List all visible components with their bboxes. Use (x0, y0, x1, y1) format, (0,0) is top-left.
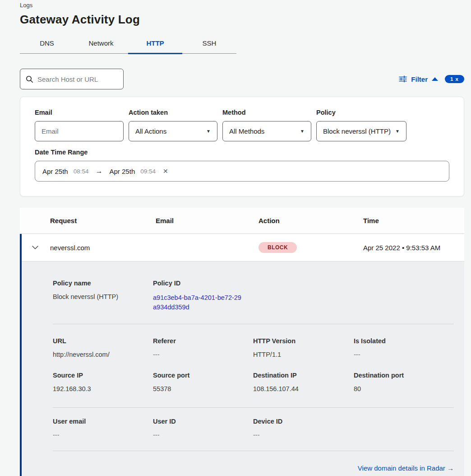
device-id-value: --- (253, 431, 354, 439)
destination-ip-label: Destination IP (253, 372, 354, 379)
is-isolated-value: --- (354, 351, 454, 358)
filter-toggle[interactable]: Filter 1 x (399, 75, 464, 83)
tab-dns[interactable]: DNS (20, 36, 74, 54)
filter-panel: Email Action taken All Actions ▼ Method … (20, 97, 464, 196)
expanded-row-stripe (20, 234, 22, 476)
source-port-field: Source port 55378 (153, 372, 253, 392)
http-version-label: HTTP Version (253, 337, 354, 345)
referer-value: --- (153, 351, 253, 358)
range-end-time[interactable]: 09:54 (140, 168, 156, 175)
col-header-request: Request (50, 217, 156, 224)
method-select[interactable]: All Methods ▼ (222, 121, 311, 141)
date-range-field: Date Time Range Apr 25th 08:54 → Apr 25t… (35, 149, 449, 182)
tab-bar: DNS Network HTTP SSH (20, 36, 236, 54)
row-time: Apr 25 2022 • 9:53:53 AM (363, 244, 464, 252)
policy-label: Policy (316, 109, 406, 116)
tab-ssh[interactable]: SSH (182, 36, 236, 54)
device-id-field: Device ID --- (253, 418, 354, 439)
device-id-label: Device ID (253, 418, 354, 425)
search-box[interactable] (20, 69, 124, 89)
date-range-picker[interactable]: Apr 25th 08:54 → Apr 25th 09:54 ✕ (35, 161, 449, 182)
tab-network[interactable]: Network (74, 36, 128, 54)
tab-http[interactable]: HTTP (128, 36, 182, 54)
user-id-field: User ID --- (153, 418, 253, 439)
policy-select[interactable]: Block neverssl (HTTP) ▼ (316, 121, 406, 141)
policy-section: Policy name Block neverssl (HTTP) Policy… (53, 280, 454, 312)
action-taken-value: All Actions (135, 127, 166, 135)
filter-label: Filter (411, 75, 428, 83)
detail-divider (53, 324, 454, 324)
policy-field: Policy Block neverssl (HTTP) ▼ (316, 109, 406, 141)
row-detail-panel: Policy name Block neverssl (HTTP) Policy… (20, 261, 464, 476)
policy-name-field: Policy name Block neverssl (HTTP) (53, 280, 153, 312)
destination-port-value: 80 (354, 385, 454, 392)
destination-port-label: Destination port (354, 372, 454, 379)
filter-sliders-icon (399, 75, 407, 83)
user-email-label: User email (53, 418, 153, 425)
page-title: Gateway Activity Log (20, 13, 464, 27)
range-start-time[interactable]: 08:54 (74, 168, 89, 175)
source-port-label: Source port (153, 372, 253, 379)
url-label: URL (53, 337, 153, 345)
action-taken-label: Action taken (129, 109, 217, 116)
log-table: Request Email Action Time neverssl.com B… (20, 208, 464, 476)
email-filter-field: Email (35, 109, 124, 141)
policy-id-field: Policy ID a91c3eb4-ba7a-4201-be72-29a934… (153, 280, 253, 312)
radar-link[interactable]: View domain details in Radar → (358, 464, 454, 472)
email-filter-input[interactable] (35, 121, 124, 141)
policy-name-value: Block neverssl (HTTP) (53, 293, 153, 300)
source-ip-value: 192.168.30.3 (53, 385, 153, 392)
clear-range-icon[interactable]: ✕ (163, 168, 168, 175)
network-section: Source IP 192.168.30.3 Source port 55378… (53, 372, 454, 392)
range-arrow-icon: → (94, 167, 104, 175)
action-taken-select[interactable]: All Actions ▼ (129, 121, 217, 141)
filter-row: Email Action taken All Actions ▼ Method … (35, 109, 449, 141)
search-icon (26, 75, 33, 83)
range-end-date[interactable]: Apr 25th (110, 168, 135, 175)
user-id-label: User ID (153, 418, 253, 425)
source-ip-label: Source IP (53, 372, 153, 379)
source-ip-field: Source IP 192.168.30.3 (53, 372, 153, 392)
user-section: User email --- User ID --- Device ID --- (53, 418, 454, 439)
http-version-value: HTTP/1.1 (253, 351, 354, 358)
block-status-badge: BLOCK (259, 242, 297, 253)
table-row[interactable]: neverssl.com BLOCK Apr 25 2022 • 9:53:53… (20, 234, 464, 261)
range-start-date[interactable]: Apr 25th (42, 168, 68, 175)
referer-field: Referer --- (153, 337, 253, 358)
date-range-label: Date Time Range (35, 149, 449, 156)
policy-name-label: Policy name (53, 280, 153, 287)
policy-value: Block neverssl (HTTP) (323, 127, 391, 135)
user-email-field: User email --- (53, 418, 153, 439)
method-value: All Methods (229, 127, 264, 135)
referer-label: Referer (153, 337, 253, 345)
http-version-field: HTTP Version HTTP/1.1 (253, 337, 354, 358)
filter-count-badge[interactable]: 1 x (445, 75, 464, 83)
email-filter-label: Email (35, 109, 124, 116)
col-header-time: Time (363, 217, 464, 224)
breadcrumb: Logs (20, 2, 464, 9)
radar-link-row: View domain details in Radar → (53, 451, 454, 472)
destination-ip-value: 108.156.107.44 (253, 385, 354, 392)
row-expand-toggle[interactable] (20, 245, 50, 250)
chevron-down-icon: ▼ (300, 129, 305, 134)
chevron-down-icon (32, 245, 39, 250)
policy-id-link[interactable]: a91c3eb4-ba7a-4201-be72-29a934dd359d (153, 293, 241, 312)
user-email-value: --- (53, 431, 153, 439)
url-field: URL http://neverssl.com/ (53, 337, 153, 358)
row-action: BLOCK (259, 242, 363, 253)
toolbar: Filter 1 x (20, 69, 464, 89)
method-label: Method (222, 109, 311, 116)
detail-divider (53, 407, 454, 408)
is-isolated-field: Is Isolated --- (354, 337, 454, 358)
collapse-caret-icon (432, 77, 438, 81)
method-field: Method All Methods ▼ (222, 109, 311, 141)
col-header-action: Action (259, 217, 363, 224)
search-input[interactable] (37, 75, 118, 83)
row-request: neverssl.com (50, 244, 156, 252)
http-section: URL http://neverssl.com/ Referer --- HTT… (53, 337, 454, 358)
table-header-row: Request Email Action Time (20, 208, 464, 234)
source-port-value: 55378 (153, 385, 253, 392)
destination-port-field: Destination port 80 (354, 372, 454, 392)
is-isolated-label: Is Isolated (354, 337, 454, 345)
chevron-down-icon: ▼ (395, 129, 400, 134)
